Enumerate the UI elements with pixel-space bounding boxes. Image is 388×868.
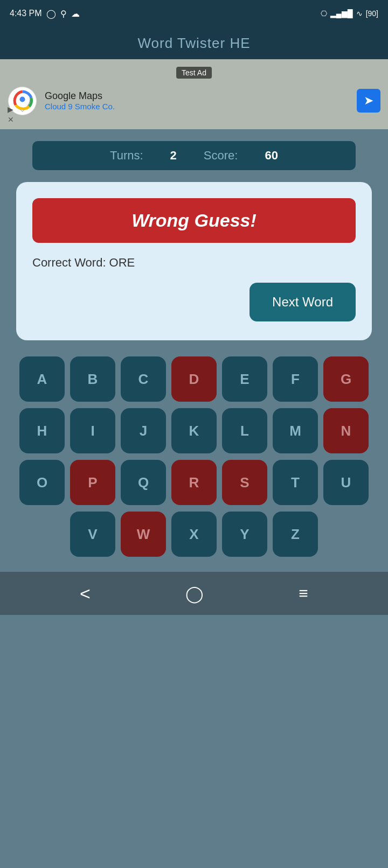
vibrate-icon: ⎔ bbox=[321, 9, 327, 18]
app-title-bar: Word Twister HE bbox=[0, 27, 388, 59]
next-word-button[interactable]: Next Word bbox=[250, 283, 356, 321]
turns-label: Turns: bbox=[110, 149, 143, 163]
score-value: 60 bbox=[265, 149, 278, 163]
key-a[interactable]: A bbox=[19, 356, 65, 402]
key-t[interactable]: T bbox=[273, 460, 318, 505]
key-g[interactable]: G bbox=[323, 356, 369, 402]
key-o[interactable]: O bbox=[19, 460, 65, 505]
key-r[interactable]: R bbox=[171, 460, 217, 505]
key-c[interactable]: C bbox=[121, 356, 166, 402]
back-button[interactable]: < bbox=[80, 583, 91, 604]
key-w[interactable]: W bbox=[121, 512, 166, 557]
signal-icon: ▂▄▆█ bbox=[330, 9, 353, 18]
key-b[interactable]: B bbox=[70, 356, 115, 402]
correct-word-text: Correct Word: ORE bbox=[32, 250, 135, 275]
wifi-icon: ∿ bbox=[356, 9, 363, 18]
result-card: Wrong Guess! Correct Word: ORE Next Word bbox=[16, 182, 372, 340]
status-bar: 4:43 PM ◯ ⚲ ☁ ⎔ ▂▄▆█ ∿ [90] bbox=[0, 0, 388, 27]
key-s[interactable]: S bbox=[222, 460, 267, 505]
ad-label: Test Ad bbox=[176, 67, 212, 79]
ad-text-block: Google Maps Cloud 9 Smoke Co. bbox=[45, 90, 115, 111]
ad-banner: Test Ad Google Maps Cloud 9 Smoke Co. ➤ … bbox=[0, 59, 388, 129]
ad-subtitle: Cloud 9 Smoke Co. bbox=[45, 102, 115, 111]
status-icons: ⎔ ▂▄▆█ ∿ [90] bbox=[321, 9, 378, 18]
key-m[interactable]: M bbox=[273, 408, 318, 453]
battery-icon: [90] bbox=[366, 9, 378, 18]
next-word-row: Next Word bbox=[32, 283, 356, 321]
keyboard-row-3: VWXYZ bbox=[8, 512, 380, 557]
key-x[interactable]: X bbox=[171, 512, 217, 557]
key-z[interactable]: Z bbox=[273, 512, 318, 557]
ad-close-icon[interactable]: ✕ bbox=[8, 115, 14, 124]
whatsapp-icon: ◯ bbox=[46, 9, 56, 19]
keyboard-row-1: HIJKLMN bbox=[8, 408, 380, 453]
ad-company: Google Maps bbox=[45, 90, 115, 102]
key-v[interactable]: V bbox=[70, 512, 115, 557]
key-i[interactable]: I bbox=[70, 408, 115, 453]
status-time-area: 4:43 PM ◯ ⚲ ☁ bbox=[10, 9, 80, 19]
key-e[interactable]: E bbox=[222, 356, 267, 402]
key-n[interactable]: N bbox=[323, 408, 369, 453]
key-f[interactable]: F bbox=[273, 356, 318, 402]
keyboard-row-0: ABCDEFG bbox=[8, 356, 380, 402]
ad-navigate-icon[interactable]: ➤ bbox=[357, 89, 380, 113]
wrong-guess-text: Wrong Guess! bbox=[131, 210, 257, 230]
keyboard-row-2: OPQRSTU bbox=[8, 460, 380, 505]
status-time: 4:43 PM bbox=[10, 9, 42, 18]
bottom-nav-bar: < ◯ ≡ bbox=[0, 572, 388, 615]
ad-left: Google Maps Cloud 9 Smoke Co. bbox=[8, 86, 115, 116]
usb-icon: ⚲ bbox=[60, 9, 67, 19]
app-title: Word Twister HE bbox=[137, 35, 250, 52]
key-u[interactable]: U bbox=[323, 460, 369, 505]
cloud-icon: ☁ bbox=[71, 9, 80, 19]
svg-point-1 bbox=[20, 96, 25, 102]
key-p[interactable]: P bbox=[70, 460, 115, 505]
key-y[interactable]: Y bbox=[222, 512, 267, 557]
wrong-guess-banner: Wrong Guess! bbox=[32, 198, 356, 243]
key-l[interactable]: L bbox=[222, 408, 267, 453]
ad-controls: ▶ ✕ bbox=[8, 105, 14, 124]
key-j[interactable]: J bbox=[121, 408, 166, 453]
score-bar: Turns: 2 Score: 60 bbox=[32, 141, 356, 170]
score-label: Score: bbox=[204, 149, 238, 163]
ad-play-icon[interactable]: ▶ bbox=[8, 105, 14, 114]
key-k[interactable]: K bbox=[171, 408, 217, 453]
turns-value: 2 bbox=[170, 149, 177, 163]
correct-word-display: Correct Word: ORE bbox=[32, 256, 356, 270]
home-button[interactable]: ◯ bbox=[185, 584, 204, 603]
key-h[interactable]: H bbox=[19, 408, 65, 453]
key-q[interactable]: Q bbox=[121, 460, 166, 505]
ad-content: Google Maps Cloud 9 Smoke Co. ➤ bbox=[8, 86, 380, 116]
keyboard-area: ABCDEFGHIJKLMNOPQRSTUVWXYZ bbox=[0, 346, 388, 572]
key-d[interactable]: D bbox=[171, 356, 217, 402]
menu-button[interactable]: ≡ bbox=[299, 584, 308, 603]
